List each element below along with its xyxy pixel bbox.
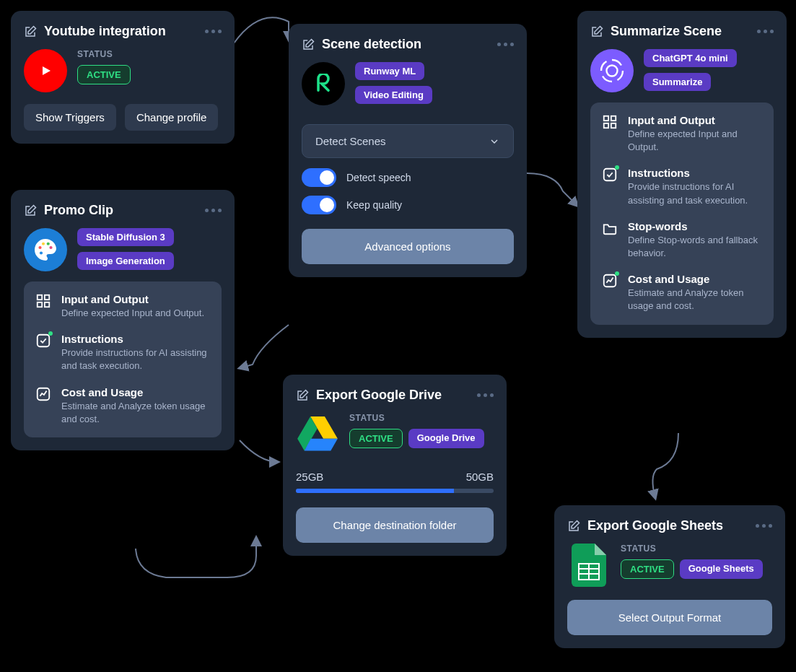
chevron-down-icon (489, 136, 500, 147)
detect-scenes-dropdown[interactable]: Detect Scenes (302, 124, 514, 158)
grid-icon (602, 114, 618, 130)
section-instructions[interactable]: InstructionsProvide instructions for AI … (35, 333, 210, 372)
show-triggers-button[interactable]: Show Triggers (24, 104, 116, 131)
status-label: STATUS (621, 544, 656, 554)
youtube-icon (24, 49, 67, 92)
svg-rect-6 (604, 169, 616, 181)
section-instructions[interactable]: InstructionsProvide instructions for AI … (602, 167, 762, 206)
openai-icon (590, 49, 634, 92)
card-youtube-integration: Youtube integration STATUS ACTIVE Show T… (11, 11, 235, 144)
section-input-output[interactable]: Input and OutputDefine expected Input an… (35, 293, 210, 320)
status-label: STATUS (349, 413, 385, 423)
google-sheets-icon (567, 544, 611, 587)
more-icon[interactable] (756, 524, 772, 528)
detect-speech-toggle[interactable] (302, 168, 336, 187)
google-drive-icon (296, 413, 339, 456)
svg-point-11 (49, 246, 52, 249)
section-cost-usage[interactable]: Cost and UsageEstimate and Analyze token… (602, 273, 762, 313)
svg-rect-2 (604, 116, 608, 121)
select-output-format-button[interactable]: Select Output Format (567, 600, 772, 635)
section-cost-usage[interactable]: Cost and UsageEstimate and Analyze token… (35, 386, 210, 426)
tag-runway: Runway ML (355, 62, 424, 80)
edit-icon (24, 25, 37, 38)
edit-icon (590, 25, 603, 38)
svg-rect-14 (45, 295, 49, 300)
svg-rect-15 (38, 302, 42, 307)
more-icon[interactable] (205, 209, 222, 212)
tag-summarize: Summarize (644, 73, 711, 91)
section-input-output[interactable]: Input and OutputDefine expected Input an… (602, 114, 762, 154)
checklist-icon (602, 167, 618, 183)
edit-icon (302, 38, 315, 51)
card-title: Promo Clip (44, 203, 113, 218)
tag-google-drive: Google Drive (408, 429, 484, 448)
palette-icon (24, 228, 67, 271)
checklist-icon (35, 333, 51, 349)
svg-rect-17 (38, 335, 50, 347)
svg-point-8 (38, 246, 41, 249)
section-stop-words[interactable]: Stop-wordsDefine Stop-words and fallback… (602, 220, 762, 260)
svg-rect-3 (611, 116, 616, 121)
svg-point-9 (42, 243, 45, 245)
tag-image-generation: Image Generation (77, 252, 174, 270)
grid-icon (35, 293, 51, 309)
tag-video-editing: Video Editing (355, 86, 432, 104)
card-title: Export Google Drive (316, 388, 442, 403)
toggle-label: Keep quality (346, 199, 402, 211)
svg-rect-16 (45, 302, 49, 307)
card-title: Summarize Scene (611, 24, 722, 39)
svg-point-10 (47, 243, 50, 245)
chart-icon (602, 273, 618, 289)
svg-point-1 (607, 66, 618, 77)
advanced-options-button[interactable]: Advanced options (302, 229, 514, 264)
card-title: Export Google Sheets (587, 518, 723, 533)
keep-quality-toggle[interactable] (302, 196, 336, 214)
card-summarize-scene: Summarize Scene ChatGPT 4o mini Summariz… (577, 11, 787, 338)
change-destination-button[interactable]: Change destination folder (296, 507, 494, 543)
status-badge: ACTIVE (621, 559, 674, 579)
more-icon[interactable] (757, 30, 774, 33)
tag-chatgpt: ChatGPT 4o mini (644, 49, 737, 67)
toggle-label: Detect speech (346, 172, 411, 183)
card-title: Scene detection (322, 37, 421, 52)
promo-sections: Input and OutputDefine expected Input an… (24, 282, 222, 437)
edit-icon (24, 204, 37, 217)
svg-marker-0 (43, 66, 51, 75)
chart-icon (35, 386, 51, 402)
status-badge: ACTIVE (349, 429, 403, 448)
svg-point-12 (40, 251, 43, 254)
more-icon[interactable] (477, 393, 494, 397)
card-title: Youtube integration (44, 24, 166, 39)
storage-progress (296, 489, 494, 493)
svg-rect-13 (38, 295, 42, 300)
storage-used: 25GB (296, 471, 323, 483)
svg-rect-5 (611, 123, 616, 128)
tag-google-sheets: Google Sheets (680, 559, 763, 579)
change-profile-button[interactable]: Change profile (125, 104, 219, 131)
summarize-sections: Input and OutputDefine expected Input an… (590, 102, 774, 325)
card-export-google-sheets: Export Google Sheets STATUS ACTIVE Googl… (554, 505, 785, 648)
storage-total: 50GB (466, 471, 494, 483)
more-icon[interactable] (205, 30, 222, 33)
card-export-google-drive: Export Google Drive STATUS ACTIVE Google… (283, 375, 507, 556)
status-badge: ACTIVE (77, 65, 131, 84)
svg-rect-4 (604, 123, 608, 128)
edit-icon (296, 389, 309, 402)
status-label: STATUS (77, 49, 113, 59)
tag-stable-diffusion: Stable Diffusion 3 (77, 228, 174, 246)
runway-icon (302, 62, 345, 105)
card-scene-detection: Scene detection Runway ML Video Editing … (289, 24, 527, 277)
dropdown-label: Detect Scenes (315, 135, 386, 147)
more-icon[interactable] (497, 43, 514, 46)
edit-icon (567, 520, 580, 533)
card-promo-clip: Promo Clip Stable Diffusion 3 Image Gene… (11, 190, 235, 450)
folder-icon (602, 220, 618, 236)
